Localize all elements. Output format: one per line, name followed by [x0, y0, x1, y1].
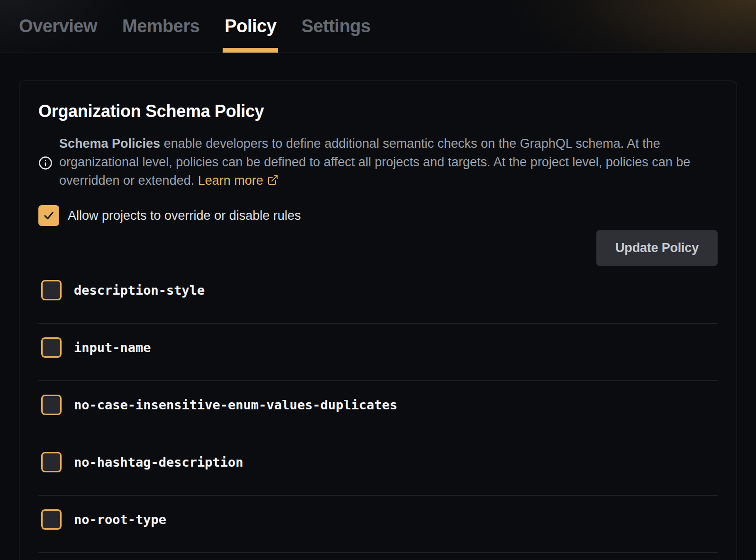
button-row: Update Policy	[38, 230, 718, 266]
update-policy-button[interactable]: Update Policy	[596, 230, 718, 266]
allow-override-checkbox[interactable]	[38, 205, 59, 226]
top-nav-bar: OverviewMembersPolicySettings	[0, 0, 756, 53]
learn-more-label: Learn more	[198, 173, 263, 188]
tab-policy[interactable]: Policy	[225, 0, 276, 53]
rule-name: input-name	[74, 340, 151, 355]
rule-name: description-style	[74, 283, 205, 298]
rule-row: description-style	[38, 266, 718, 324]
tab-label: Members	[122, 16, 199, 36]
tab-label: Policy	[225, 16, 276, 36]
check-icon	[42, 209, 55, 222]
rule-checkbox[interactable]	[41, 337, 62, 358]
rule-checkbox[interactable]	[41, 452, 62, 472]
rule-row: no-case-insensitive-enum-values-duplicat…	[38, 381, 718, 438]
rules-list: description-styleinput-nameno-case-insen…	[38, 266, 718, 553]
allow-override-row: Allow projects to override or disable ru…	[38, 205, 718, 226]
tab-overview[interactable]: Overview	[19, 0, 97, 53]
info-callout: Schema Policies enable developers to def…	[38, 135, 718, 191]
page-title: Organization Schema Policy	[38, 101, 718, 121]
tab-label: Settings	[301, 16, 370, 36]
tab-members[interactable]: Members	[122, 0, 199, 53]
info-lead: Schema Policies	[59, 136, 160, 151]
schema-policy-card: Organization Schema Policy Schema Polici…	[19, 81, 737, 560]
rule-name: no-case-insensitive-enum-values-duplicat…	[74, 397, 397, 412]
rule-checkbox[interactable]	[41, 395, 62, 415]
allow-override-label: Allow projects to override or disable ru…	[68, 208, 301, 223]
tabs: OverviewMembersPolicySettings	[0, 0, 756, 53]
rule-checkbox[interactable]	[41, 280, 62, 300]
rule-row: no-root-type	[38, 496, 718, 553]
tab-settings[interactable]: Settings	[301, 0, 370, 53]
active-tab-underline	[223, 48, 278, 53]
learn-more-link[interactable]: Learn more	[198, 173, 279, 188]
external-link-icon	[267, 172, 279, 191]
rule-checkbox[interactable]	[41, 509, 62, 530]
rule-row: no-hashtag-description	[38, 438, 718, 496]
rule-name: no-hashtag-description	[74, 455, 243, 470]
info-paragraph: Schema Policies enable developers to def…	[59, 135, 713, 191]
tab-label: Overview	[19, 16, 97, 36]
rule-name: no-root-type	[74, 512, 166, 527]
info-icon	[38, 156, 53, 170]
rule-row: input-name	[38, 324, 718, 381]
